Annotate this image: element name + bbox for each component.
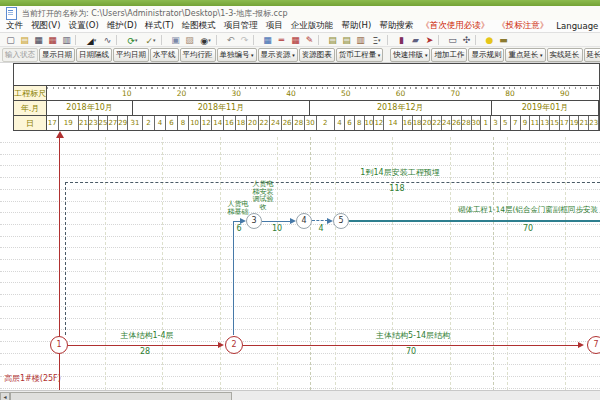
menu-item[interactable]: 维护(D) bbox=[107, 20, 137, 32]
quick-button[interactable]: 显示规则 bbox=[468, 48, 504, 62]
month-row-label: 年.月 bbox=[14, 101, 47, 115]
day-cell: 26 bbox=[282, 116, 294, 130]
toolbar-icon[interactable]: ▦ bbox=[46, 34, 59, 46]
quick-button[interactable]: 延长设置 bbox=[584, 48, 600, 62]
application-window: 当前打开的名称为: C:\Users\Administrator\Desktop… bbox=[0, 0, 600, 400]
toolbar-icon[interactable]: ▣ bbox=[169, 34, 182, 46]
quick-button[interactable]: 实线延长 bbox=[547, 48, 583, 62]
day-cell: 12 bbox=[201, 116, 213, 130]
quick-button[interactable]: 显示日期 bbox=[39, 48, 75, 62]
toolbar-icon[interactable]: ▤ bbox=[18, 34, 31, 46]
day-cell: 29 bbox=[118, 116, 128, 130]
menu-item[interactable]: 项目 bbox=[266, 20, 283, 32]
separator bbox=[216, 35, 221, 45]
toolbar-icon[interactable]: ═ bbox=[275, 34, 288, 46]
quick-button[interactable]: 货币工程量 bbox=[336, 48, 384, 62]
toolbar-icon[interactable]: ➤ bbox=[423, 34, 436, 46]
dummy-link-line[interactable] bbox=[312, 220, 328, 221]
month-cell: 2018年11月 bbox=[133, 101, 309, 115]
quick-button[interactable]: 水平线 bbox=[150, 48, 179, 62]
network-node-1[interactable]: 1 bbox=[50, 336, 68, 354]
network-node-4[interactable]: 4 bbox=[296, 213, 312, 229]
quick-button[interactable]: 重点延长 bbox=[505, 48, 545, 62]
main-structure-1-4-line[interactable] bbox=[68, 345, 218, 346]
toolbar-icon[interactable]: ◢ bbox=[83, 34, 100, 46]
day-cell: 23 bbox=[589, 116, 599, 130]
hoist-foundation-riser-line bbox=[233, 221, 234, 335]
toolbar-icon[interactable]: ✣ bbox=[460, 34, 473, 46]
network-node-7[interactable]: 7 bbox=[587, 336, 600, 354]
h-gridline bbox=[0, 341, 600, 342]
menu-item[interactable]: Language bbox=[556, 21, 598, 31]
menu-item[interactable]: 样式(T) bbox=[145, 20, 174, 32]
day-cell: 5 bbox=[501, 116, 511, 130]
toolbar-icon[interactable]: ▦ bbox=[289, 34, 302, 46]
toolbar-icon[interactable]: ▤ bbox=[326, 34, 339, 46]
menu-item[interactable]: 绘图模式 bbox=[182, 20, 216, 32]
toolbar-icon[interactable]: ⟳ bbox=[124, 34, 141, 46]
main-structure-5-14-line[interactable] bbox=[243, 345, 578, 346]
toolbar-icon[interactable]: Ξ bbox=[368, 34, 385, 46]
quick-button[interactable]: 平均行距 bbox=[180, 48, 216, 62]
day-cell: 28 bbox=[293, 116, 305, 130]
toolbar-icon[interactable]: ▬ bbox=[497, 34, 510, 46]
toolbar-icon[interactable]: ▦ bbox=[32, 34, 45, 46]
hoist-foundation-duration: 6 bbox=[236, 224, 241, 233]
network-node-3[interactable]: 3 bbox=[246, 213, 262, 229]
menu-item[interactable]: 帮助搜索 bbox=[379, 20, 413, 32]
hoist-install-line[interactable] bbox=[262, 221, 291, 222]
scroll-left-button[interactable]: ◂ bbox=[0, 392, 10, 400]
masonry-activity-line[interactable] bbox=[349, 220, 600, 222]
quick-button[interactable]: 资源图表 bbox=[299, 48, 335, 62]
quick-button[interactable]: 单独编号 bbox=[217, 48, 257, 62]
menu-item[interactable]: 文件 bbox=[6, 20, 23, 32]
toolbar-icon[interactable]: ✓ bbox=[142, 34, 159, 46]
menu-item[interactable]: 帮助(H) bbox=[341, 20, 371, 32]
embed-activity-line[interactable] bbox=[65, 182, 600, 183]
toolbar-icon[interactable]: ∿ bbox=[101, 34, 114, 46]
quick-button[interactable]: 快速排版 bbox=[390, 48, 430, 62]
toolbar-icon[interactable]: ↶ bbox=[224, 34, 237, 46]
day-cell: 20 bbox=[247, 116, 259, 130]
quick-button[interactable]: 平均日期 bbox=[113, 48, 149, 62]
horizontal-scrollbar[interactable]: ◂ bbox=[0, 390, 600, 400]
main-structure-5-14-duration: 70 bbox=[406, 347, 416, 356]
network-node-2[interactable]: 2 bbox=[225, 336, 243, 354]
menu-item[interactable]: 《首次使用必读》 bbox=[421, 20, 489, 32]
toolbar-icon[interactable]: ● bbox=[483, 34, 496, 46]
menu-item[interactable]: 《投标注意》 bbox=[497, 20, 548, 32]
toolbar-icon[interactable]: ✎ bbox=[303, 34, 316, 46]
main-structure-1-4-label: 主体结构1-4层 bbox=[120, 330, 173, 341]
h-gridline bbox=[0, 329, 600, 330]
menu-item[interactable]: 视图(V) bbox=[31, 20, 60, 32]
quick-button[interactable]: 日期隔线 bbox=[76, 48, 112, 62]
diagram-canvas[interactable]: 主体结构1-4层 28 主体结构5-14层结构 70 1到14层安装工程预埋 1… bbox=[0, 131, 600, 390]
menu-item[interactable]: 项目管理 bbox=[224, 20, 258, 32]
h-gridline bbox=[0, 353, 600, 354]
toolbar-icon[interactable]: ▤ bbox=[340, 34, 353, 46]
toolbar-icon[interactable]: ▦ bbox=[261, 34, 274, 46]
quick-button[interactable]: 输入状态 bbox=[2, 48, 38, 62]
toolbar-icon[interactable]: ▥ bbox=[354, 34, 367, 46]
toolbar-icon[interactable]: ↷ bbox=[238, 34, 251, 46]
masonry-activity-duration: 70 bbox=[523, 224, 533, 233]
scrollbar-thumb[interactable] bbox=[10, 392, 232, 400]
quick-button[interactable]: 增加工作 bbox=[431, 48, 467, 62]
toolbar-icon[interactable]: ▭ bbox=[446, 34, 459, 46]
network-node-5[interactable]: 5 bbox=[333, 213, 349, 229]
menu-item[interactable]: 企业版功能 bbox=[291, 20, 334, 32]
toolbar-icon[interactable]: ▥ bbox=[60, 34, 73, 46]
toolbar-icon[interactable]: ▮ bbox=[395, 34, 408, 46]
toolbar-icon[interactable]: ▨ bbox=[183, 34, 196, 46]
menu-item[interactable]: 设置(O) bbox=[68, 20, 98, 32]
quick-button[interactable]: 显示资源 bbox=[258, 48, 298, 62]
day-cell: 6 bbox=[345, 116, 355, 130]
main-structure-1-4-duration: 28 bbox=[140, 347, 150, 356]
day-cell: 14 bbox=[384, 116, 403, 130]
day-cell: 8 bbox=[355, 116, 365, 130]
toolbar-icon[interactable]: ▰ bbox=[409, 34, 422, 46]
toolbar-icon[interactable]: ▢ bbox=[4, 34, 17, 46]
toolbar-icon[interactable]: ◉ bbox=[197, 34, 214, 46]
day-row-label: 日 bbox=[14, 116, 47, 130]
day-cell: 21 bbox=[79, 116, 89, 130]
